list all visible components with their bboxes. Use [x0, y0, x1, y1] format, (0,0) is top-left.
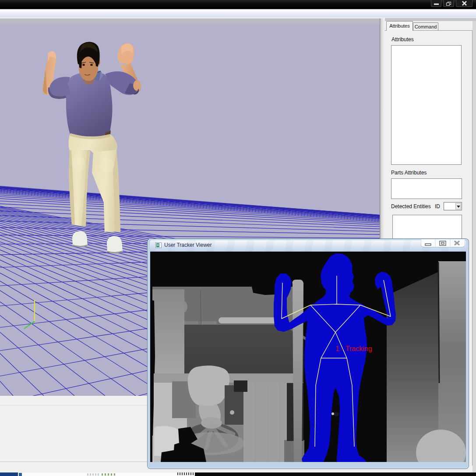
svg-text:1 - Tracking: 1 - Tracking	[335, 345, 372, 352]
